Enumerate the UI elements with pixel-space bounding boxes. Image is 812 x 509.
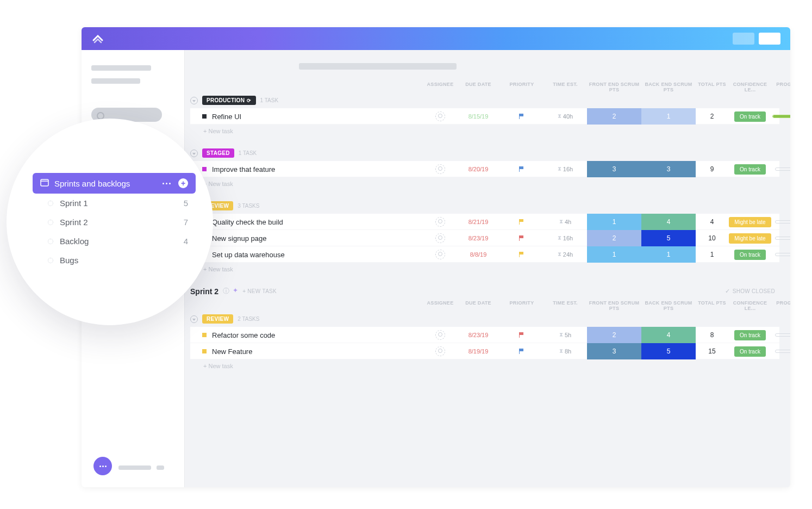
- back-scrum-pts[interactable]: 5: [641, 343, 696, 359]
- confidence-badge[interactable]: On track: [734, 164, 766, 175]
- folder-sprints-backlogs[interactable]: Sprints and backlogs +: [33, 173, 196, 194]
- due-date[interactable]: 8/8/19: [457, 251, 500, 258]
- collapse-icon[interactable]: [190, 97, 198, 104]
- front-scrum-pts[interactable]: 3: [587, 343, 641, 359]
- assignee-avatar[interactable]: [435, 346, 445, 356]
- status-badge[interactable]: STAGED: [202, 148, 234, 158]
- list-item-label: Backlog: [60, 237, 89, 246]
- assignee-avatar[interactable]: [435, 330, 445, 340]
- collapse-icon[interactable]: [190, 315, 198, 323]
- front-scrum-pts[interactable]: 2: [587, 108, 641, 125]
- sidebar-list-item[interactable]: Sprint 2 7: [33, 213, 196, 232]
- front-scrum-pts[interactable]: 3: [587, 161, 641, 177]
- sidebar-list-item[interactable]: Bugs: [33, 251, 196, 270]
- list-dot-icon: [48, 258, 53, 263]
- time-estimate[interactable]: ⧗4h: [544, 219, 587, 225]
- assignee-avatar[interactable]: [435, 111, 445, 121]
- due-date[interactable]: 8/19/19: [457, 348, 500, 355]
- confidence-badge[interactable]: On track: [734, 346, 766, 357]
- due-date[interactable]: 8/20/19: [457, 166, 500, 172]
- add-list-button[interactable]: +: [178, 178, 188, 188]
- folder-label: Sprints and backlogs: [54, 179, 130, 188]
- sprint-title: Sprint 2: [190, 287, 218, 296]
- header-action-1[interactable]: [733, 33, 754, 45]
- task-row[interactable]: Quality check the build 8/21/19 ⧗4h 1 4 …: [190, 214, 779, 230]
- due-date[interactable]: 8/15/19: [457, 113, 500, 120]
- time-estimate[interactable]: ⧗16h: [544, 235, 587, 241]
- back-scrum-pts[interactable]: 5: [641, 230, 696, 246]
- sidebar-skeleton: [91, 78, 140, 84]
- time-estimate[interactable]: ⧗8h: [544, 348, 587, 355]
- priority-flag-icon[interactable]: [519, 235, 524, 241]
- due-date[interactable]: 8/21/19: [457, 219, 500, 225]
- status-square-icon: [202, 167, 207, 171]
- confidence-badge[interactable]: On track: [734, 111, 766, 122]
- back-scrum-pts[interactable]: 1: [641, 108, 696, 125]
- new-task-button[interactable]: + New task: [190, 125, 779, 134]
- time-estimate[interactable]: ⧗24h: [544, 251, 587, 258]
- back-scrum-pts[interactable]: 4: [641, 327, 696, 343]
- new-task-button[interactable]: + NEW TASK: [242, 288, 277, 294]
- confidence-badge[interactable]: Might be late: [729, 217, 771, 227]
- task-row[interactable]: Set up data warehouse 8/8/19 ⧗24h 1 1 1 …: [190, 246, 779, 263]
- new-task-button[interactable]: + New task: [190, 263, 779, 272]
- progress: 0%: [772, 332, 790, 338]
- settings-icon[interactable]: ✦: [233, 287, 238, 296]
- front-scrum-pts[interactable]: 1: [587, 214, 641, 230]
- back-scrum-pts[interactable]: 4: [641, 214, 696, 230]
- sidebar-zoom-popup: Sprints and backlogs + Sprint 1 5 Sprint…: [7, 119, 213, 325]
- folder-menu-icon[interactable]: [163, 183, 171, 184]
- task-row[interactable]: Refactor some code 8/23/19 ⧗5h 2 4 8 On …: [190, 327, 779, 343]
- status-group: REVIEW 3 TASKS Quality check the build 8…: [185, 201, 779, 272]
- priority-flag-icon[interactable]: [519, 332, 524, 338]
- task-row[interactable]: Improve that feature 8/20/19 ⧗16h 3 3 9 …: [190, 161, 779, 177]
- list-item-count: 4: [184, 237, 188, 246]
- svg-rect-0: [41, 179, 48, 186]
- priority-flag-icon[interactable]: [519, 166, 524, 172]
- assignee-avatar[interactable]: [435, 164, 445, 174]
- front-scrum-pts[interactable]: 1: [587, 246, 641, 263]
- chat-skeleton: [118, 465, 164, 470]
- progress: 0%: [772, 349, 790, 354]
- task-title: Refactor some code: [212, 331, 275, 339]
- task-count: 2 TASKS: [238, 316, 259, 322]
- sidebar-list-item[interactable]: Sprint 1 5: [33, 194, 196, 213]
- front-scrum-pts[interactable]: 2: [587, 230, 641, 246]
- due-date[interactable]: 8/23/19: [457, 235, 500, 241]
- show-closed-toggle[interactable]: ✓SHOW CLOSED: [725, 288, 775, 295]
- total-pts: 10: [696, 234, 728, 242]
- status-badge[interactable]: PRODUCTION ⟳: [202, 96, 256, 105]
- priority-flag-icon[interactable]: [519, 114, 524, 119]
- back-scrum-pts[interactable]: 1: [641, 246, 696, 263]
- priority-flag-icon[interactable]: [519, 219, 524, 225]
- back-scrum-pts[interactable]: 3: [641, 161, 696, 177]
- priority-flag-icon[interactable]: [519, 252, 524, 257]
- info-icon[interactable]: ⓘ: [223, 287, 229, 296]
- confidence-badge[interactable]: On track: [734, 330, 766, 340]
- list-dot-icon: [48, 201, 53, 206]
- progress: 100%: [772, 114, 790, 119]
- sidebar-list-item[interactable]: Backlog 4: [33, 232, 196, 251]
- time-estimate[interactable]: ⧗40h: [544, 113, 587, 120]
- time-estimate[interactable]: ⧗5h: [544, 332, 587, 338]
- list-dot-icon: [48, 239, 53, 244]
- collapse-icon[interactable]: [190, 150, 198, 157]
- due-date[interactable]: 8/23/19: [457, 332, 500, 338]
- header-action-2[interactable]: [759, 33, 780, 45]
- chat-bubble-icon[interactable]: [93, 457, 112, 475]
- time-estimate[interactable]: ⧗16h: [544, 166, 587, 172]
- confidence-badge[interactable]: Might be late: [729, 233, 771, 244]
- status-badge[interactable]: REVIEW: [202, 314, 233, 324]
- new-task-button[interactable]: + New task: [190, 177, 779, 187]
- confidence-badge[interactable]: On track: [734, 250, 766, 260]
- status-group: STAGED 1 TASK Improve that feature 8/20/…: [185, 148, 779, 187]
- assignee-avatar[interactable]: [435, 217, 445, 227]
- front-scrum-pts[interactable]: 2: [587, 327, 641, 343]
- task-row[interactable]: New Feature 8/19/19 ⧗8h 3 5 15 On track …: [190, 343, 779, 359]
- task-row[interactable]: Refine UI 8/15/19 ⧗40h 2 1 2 On track 10…: [190, 108, 779, 125]
- assignee-avatar[interactable]: [435, 250, 445, 259]
- task-row[interactable]: New signup page 8/23/19 ⧗16h 2 5 10 Migh…: [190, 230, 779, 246]
- priority-flag-icon[interactable]: [519, 349, 524, 354]
- assignee-avatar[interactable]: [435, 233, 445, 243]
- new-task-button[interactable]: + New task: [190, 359, 779, 369]
